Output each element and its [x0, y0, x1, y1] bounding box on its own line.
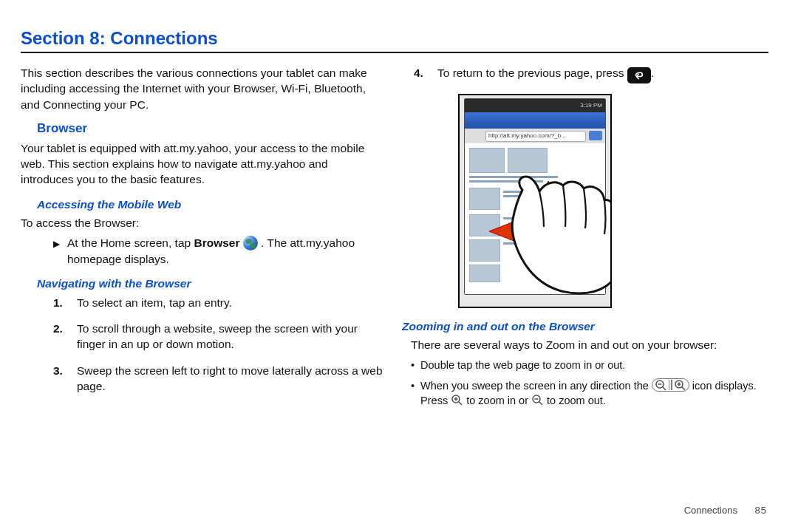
svg-line-8	[681, 386, 685, 390]
zoom-b2-mid2: to zoom in or	[466, 395, 531, 406]
heading-browser: Browser	[37, 120, 383, 137]
browser-url-bar: http://att.my.yahoo.com/?_b...	[465, 129, 605, 143]
access-step: ▶ At the Home screen, tap Browser . The …	[53, 235, 383, 267]
list-number: 3.	[53, 363, 69, 395]
magnify-minus-icon	[531, 394, 544, 406]
zoom-bullet-2: • When you sweep the screen in any direc…	[411, 378, 764, 408]
access-intro: To access the Browser:	[21, 215, 383, 231]
globe-icon	[243, 236, 258, 250]
zoom-b2-post: to zoom out.	[547, 395, 606, 406]
list-number: 1.	[53, 295, 69, 310]
magnify-plus-icon	[674, 379, 686, 392]
magnify-minus-icon	[655, 379, 667, 392]
nav-text-3: Sweep the screen left to right to move l…	[77, 363, 383, 395]
browser-screenshot-figure: 3:19 PM http://att.my.yahoo.com/?_b...	[458, 94, 612, 308]
access-step-bold: Browser	[194, 236, 239, 249]
zoom-bullet-1-text: Double tap the web page to zoom in or ou…	[420, 358, 625, 372]
intro-paragraph: This section describes the various conne…	[21, 65, 383, 112]
left-column: This section describes the various conne…	[21, 65, 383, 414]
play-bullet-icon: ▶	[53, 238, 60, 267]
status-bar: 3:19 PM	[465, 99, 605, 112]
heading-navigating: Navigating with the Browser	[37, 276, 383, 291]
nav-4-post: .	[651, 66, 654, 79]
heading-accessing: Accessing the Mobile Web	[37, 197, 383, 212]
nav-item-3: 3. Sweep the screen left to right to mov…	[53, 363, 383, 395]
zoom-b2-pre: When you sweep the screen in any directi…	[420, 380, 652, 392]
nav-list: 1. To select an item, tap an entry. 2. T…	[53, 295, 383, 395]
nav-4-pre: To return to the previous page, press	[437, 66, 627, 79]
browser-tab-bar	[465, 112, 605, 129]
magnify-plus-icon	[451, 394, 463, 406]
svg-line-5	[662, 386, 666, 390]
nav-item-4: 4. To return to the previous page, press…	[414, 65, 764, 83]
svg-line-12	[459, 401, 463, 405]
browser-paragraph: Your tablet is equipped with att.my.yaho…	[21, 140, 383, 188]
list-number: 2.	[53, 321, 69, 352]
nav-item-2: 2. To scroll through a website, sweep th…	[53, 321, 383, 352]
section-title: Section 8: Connections	[21, 28, 768, 49]
hand-icon	[497, 147, 612, 295]
zoom-bar-icon	[652, 378, 689, 392]
status-time: 3:19 PM	[580, 101, 602, 109]
url-text: http://att.my.yahoo.com/?_b...	[485, 131, 586, 142]
page-number: 85	[755, 505, 767, 516]
divider	[21, 52, 768, 53]
zoom-intro: There are several ways to Zoom in and ou…	[411, 337, 764, 352]
right-column: 4. To return to the previous page, press…	[402, 65, 764, 414]
nav-text-1: To select an item, tap an entry.	[77, 295, 383, 310]
nav-item-1: 1. To select an item, tap an entry.	[53, 295, 383, 310]
heading-zooming: Zooming in and out on the Browser	[402, 318, 764, 334]
svg-line-16	[539, 401, 543, 405]
bullet-icon: •	[411, 378, 415, 408]
bullet-icon: •	[411, 358, 415, 372]
access-step-pre: At the Home screen, tap	[67, 236, 194, 249]
zoom-bullet-1: • Double tap the web page to zoom in or …	[411, 358, 764, 372]
footer-label: Connections	[684, 505, 737, 516]
go-button	[589, 131, 602, 140]
back-button-icon	[627, 67, 651, 83]
page-footer: Connections 85	[684, 505, 767, 516]
list-number: 4.	[414, 65, 430, 83]
nav-text-2: To scroll through a website, sweep the s…	[77, 321, 383, 352]
